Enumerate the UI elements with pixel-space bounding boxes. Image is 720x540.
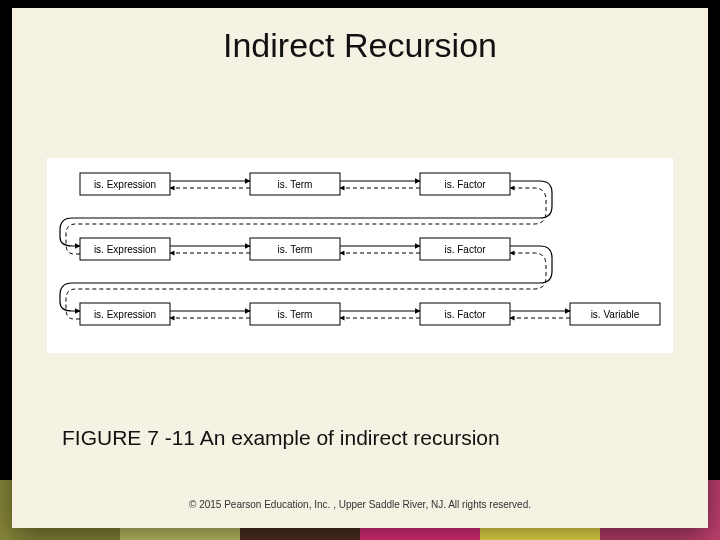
- row3-label-variable: is. Variable: [591, 309, 640, 320]
- slide-panel: Indirect Recursion is. Expression is. Te…: [12, 8, 708, 528]
- figure-caption: FIGURE 7 -11 An example of indirect recu…: [62, 426, 658, 450]
- row1-label-expression: is. Expression: [94, 179, 156, 190]
- row1-label-factor: is. Factor: [444, 179, 486, 190]
- copyright-text: © 2015 Pearson Education, Inc. , Upper S…: [12, 499, 708, 510]
- row3-label-term: is. Term: [278, 309, 313, 320]
- recursion-diagram: is. Expression is. Term is. Factor is. E…: [47, 158, 673, 353]
- row1-label-term: is. Term: [278, 179, 313, 190]
- row2-label-expression: is. Expression: [94, 244, 156, 255]
- slide-title: Indirect Recursion: [12, 26, 708, 65]
- row3-label-factor: is. Factor: [444, 309, 486, 320]
- diagram-panel: is. Expression is. Term is. Factor is. E…: [47, 158, 673, 353]
- row3-label-expression: is. Expression: [94, 309, 156, 320]
- row2-label-factor: is. Factor: [444, 244, 486, 255]
- row2-label-term: is. Term: [278, 244, 313, 255]
